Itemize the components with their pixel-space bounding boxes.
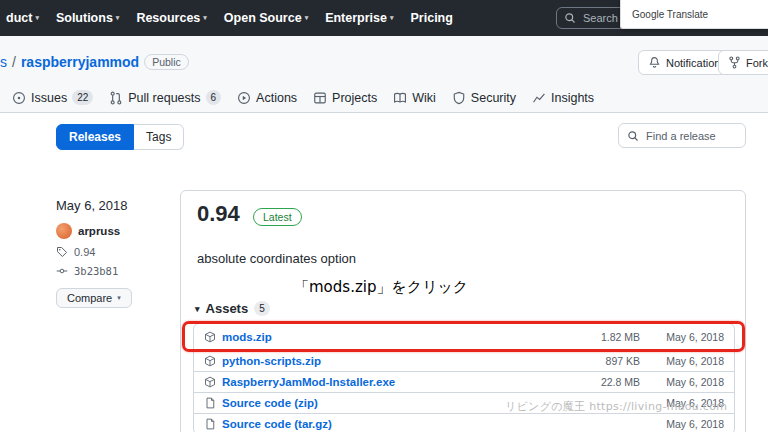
- package-icon: [204, 376, 216, 388]
- author-link[interactable]: arpruss: [78, 225, 120, 237]
- asset-link-source-zip[interactable]: Source code (zip): [222, 397, 520, 409]
- package-icon: [204, 355, 216, 367]
- asset-row: RaspberryJamMod-Installer.exe 22.8 MB Ma…: [194, 371, 734, 392]
- nav-item-solutions[interactable]: Solutions▾: [56, 11, 119, 25]
- file-zip-icon: [204, 397, 216, 409]
- tab-label: Issues: [31, 91, 67, 105]
- chevron-down-icon: ▾: [203, 14, 207, 22]
- repo-header: s / raspberryjammod Public Notifications…: [0, 36, 768, 113]
- releases-tab[interactable]: Releases: [56, 124, 134, 150]
- book-icon: [393, 91, 407, 105]
- nav-item-pricing[interactable]: Pricing: [411, 11, 453, 25]
- chevron-down-icon: ▾: [390, 14, 394, 22]
- release-tag-link[interactable]: 0.94: [74, 246, 95, 258]
- tab-label: Security: [471, 91, 516, 105]
- shield-icon: [452, 91, 466, 105]
- chevron-down-icon: ▾: [305, 14, 309, 22]
- issues-count-badge: 22: [72, 90, 93, 105]
- releases-tags-switch: Releases Tags: [56, 124, 184, 150]
- repo-name-link[interactable]: raspberryjammod: [21, 54, 139, 70]
- release-meta-sidebar: May 6, 2018 arpruss 0.94 3b23b81 Compare…: [56, 198, 176, 308]
- nav-label: Open Source: [224, 11, 302, 25]
- chevron-down-icon: ▾: [116, 14, 120, 22]
- nav-label: Resources: [136, 11, 200, 25]
- asset-row: mods.zip 1.82 MB May 6, 2018: [194, 324, 734, 350]
- asset-link-mods-zip[interactable]: mods.zip: [222, 331, 520, 343]
- asset-link-python-scripts-zip[interactable]: python-scripts.zip: [222, 355, 520, 367]
- package-icon: [204, 331, 216, 343]
- release-date: May 6, 2018: [56, 198, 176, 213]
- watermark: リビングの魔王 https://living-maou.com: [505, 399, 727, 414]
- tab-projects[interactable]: Projects: [305, 85, 385, 111]
- asset-row: python-scripts.zip 897 KB May 6, 2018: [194, 350, 734, 371]
- tab-pull-requests[interactable]: Pull requests 6: [101, 84, 229, 111]
- asset-link-source-targz[interactable]: Source code (tar.gz): [222, 418, 520, 430]
- repo-tab-bar: Issues 22 Pull requests 6 Actions Projec…: [4, 84, 602, 111]
- nav-item-product[interactable]: duct▾: [6, 11, 39, 25]
- compare-button[interactable]: Compare ▾: [56, 288, 132, 308]
- github-releases-page: duct▾ Solutions▾ Resources▾ Open Source▾…: [0, 0, 768, 432]
- nav-label: Pricing: [411, 11, 453, 25]
- nav-item-resources[interactable]: Resources▾: [136, 11, 206, 25]
- notifications-label: Notifications: [666, 57, 726, 69]
- release-card: 0.94 Latest absolute coordinates option …: [180, 190, 746, 432]
- tab-label: Insights: [551, 91, 594, 105]
- latest-badge: Latest: [253, 208, 302, 226]
- release-title[interactable]: 0.94: [197, 201, 240, 227]
- nav-label: duct: [6, 11, 32, 25]
- visibility-badge: Public: [144, 54, 189, 70]
- pull-requests-count-badge: 6: [206, 90, 222, 105]
- release-description: absolute coordinates option: [197, 251, 356, 266]
- nav-label: Enterprise: [325, 11, 387, 25]
- issue-opened-icon: [12, 91, 26, 105]
- assets-header[interactable]: ▾ Assets 5: [195, 301, 270, 316]
- compare-label: Compare: [67, 292, 112, 304]
- tab-issues[interactable]: Issues 22: [4, 84, 101, 111]
- tab-label: Projects: [332, 91, 377, 105]
- fork-label: Fork: [746, 57, 768, 69]
- asset-date: May 6, 2018: [640, 418, 724, 430]
- find-release-box[interactable]: [618, 123, 746, 148]
- nav-item-enterprise[interactable]: Enterprise▾: [325, 11, 393, 25]
- table-icon: [313, 91, 327, 105]
- asset-row: Source code (tar.gz) May 6, 2018: [194, 413, 734, 432]
- assets-list: mods.zip 1.82 MB May 6, 2018 python-scri…: [193, 323, 735, 432]
- tab-label: Pull requests: [128, 91, 200, 105]
- nav-item-open-source[interactable]: Open Source▾: [224, 11, 308, 25]
- file-zip-icon: [204, 418, 216, 430]
- git-pull-request-icon: [109, 91, 123, 105]
- find-release-input[interactable]: [644, 129, 737, 143]
- chevron-down-icon: ▾: [117, 294, 121, 302]
- asset-size: 22.8 MB: [520, 376, 640, 388]
- commit-icon: [56, 265, 68, 277]
- click-instruction-annotation: 「mods.zip」をクリック: [294, 278, 468, 297]
- tab-security[interactable]: Security: [444, 85, 524, 111]
- tab-label: Actions: [256, 91, 297, 105]
- google-translate-label: Google Translate: [632, 9, 708, 20]
- nav-label: Solutions: [56, 11, 113, 25]
- asset-date: May 6, 2018: [640, 376, 724, 388]
- repo-owner-link[interactable]: s: [0, 54, 7, 70]
- asset-date: May 6, 2018: [640, 355, 724, 367]
- search-icon: [627, 130, 639, 142]
- triangle-down-icon: ▾: [195, 304, 200, 314]
- tab-insights[interactable]: Insights: [524, 85, 602, 111]
- fork-button[interactable]: Fork 94: [718, 50, 768, 75]
- breadcrumb-separator: /: [12, 54, 16, 70]
- chevron-down-icon: ▾: [35, 14, 39, 22]
- breadcrumb: s / raspberryjammod Public: [0, 54, 189, 70]
- repo-fork-icon: [728, 56, 741, 69]
- play-icon: [237, 91, 251, 105]
- graph-icon: [532, 91, 546, 105]
- tab-wiki[interactable]: Wiki: [385, 85, 444, 111]
- bell-icon: [648, 56, 661, 69]
- tab-label: Wiki: [412, 91, 436, 105]
- asset-date: May 6, 2018: [640, 331, 724, 343]
- asset-link-installer-exe[interactable]: RaspberryJamMod-Installer.exe: [222, 376, 520, 388]
- commit-sha-link[interactable]: 3b23b81: [74, 265, 118, 277]
- tab-actions[interactable]: Actions: [229, 85, 305, 111]
- top-nav-menu: duct▾ Solutions▾ Resources▾ Open Source▾…: [0, 11, 453, 25]
- google-translate-popup[interactable]: Google Translate: [620, 0, 768, 29]
- tags-tab[interactable]: Tags: [134, 124, 184, 150]
- avatar[interactable]: [56, 223, 72, 239]
